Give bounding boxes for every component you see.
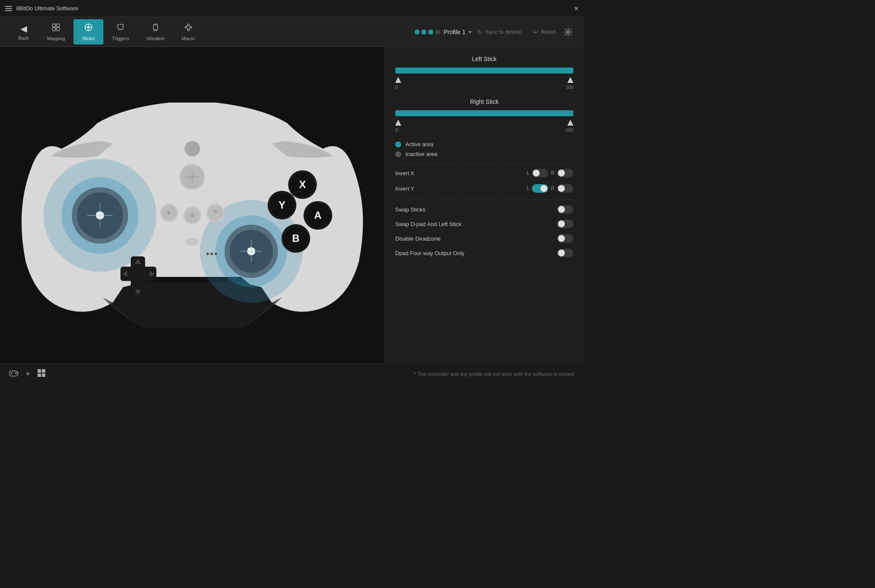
footer-left: +	[9, 368, 46, 380]
dpad-fourway-toggle[interactable]	[557, 249, 573, 257]
svg-text:B: B	[292, 232, 299, 244]
svg-point-76	[185, 141, 200, 156]
svg-line-20	[189, 25, 190, 27]
invert-y-left-toggle[interactable]	[532, 184, 548, 193]
hamburger-icon[interactable]	[5, 6, 12, 11]
right-stick-title: Right Stick	[395, 98, 573, 105]
controller-area: X Y A B	[0, 47, 385, 363]
windows-icon[interactable]	[37, 369, 46, 379]
svg-rect-85	[42, 373, 45, 377]
invert-x-label: Invert X	[395, 170, 527, 176]
invert-x-left-toggle[interactable]	[532, 169, 548, 177]
svg-rect-3	[56, 28, 59, 31]
invert-y-r-label: R	[551, 185, 555, 191]
invert-y-right-toggle[interactable]	[557, 184, 573, 193]
toolbar-item-mapping[interactable]: Mapping	[38, 19, 73, 44]
gamepad-icon[interactable]	[9, 368, 19, 380]
controller-illustration: X Y A B	[0, 47, 385, 363]
footer-notice: * The controller and the profile will no…	[414, 371, 575, 377]
svg-point-5	[87, 26, 90, 29]
swap-dpad-label: Swap D-pad And Left Stick	[395, 221, 557, 227]
reset-label: Reset	[541, 29, 555, 35]
reset-icon: ↩	[533, 29, 538, 35]
svg-line-22	[187, 28, 188, 29]
back-label: Back	[18, 35, 29, 41]
toolbar-item-vibration[interactable]: Vibration	[138, 19, 173, 44]
right-stick-handles: ▲ ▲	[395, 120, 573, 126]
profile-section[interactable]: Profile 1 ▾	[414, 29, 471, 35]
svg-rect-2	[53, 28, 56, 31]
left-stick-max-label: 100	[566, 85, 573, 90]
toolbar-item-triggers[interactable]: Triggers	[103, 19, 138, 44]
right-stick-slider-fill	[395, 110, 573, 116]
app-title: 8BitDo Ultimate Software	[16, 5, 78, 12]
main-content: X Y A B Left Stick	[0, 47, 584, 363]
dpad-fourway-row: Dpad Four-way Output Only	[395, 249, 573, 257]
right-stick-handle-left[interactable]: ▲	[395, 120, 401, 126]
title-bar-left: 8BitDo Ultimate Software	[5, 5, 78, 12]
right-stick-min-label: 0	[395, 127, 398, 132]
left-stick-slider-track[interactable]	[395, 68, 573, 74]
svg-point-63	[214, 253, 217, 255]
mapping-label: Mapping	[47, 36, 65, 41]
invert-y-label: Invert Y	[395, 185, 527, 192]
invert-y-row: Invert Y L R	[395, 184, 573, 193]
triggers-label: Triggers	[112, 36, 129, 41]
svg-point-62	[211, 253, 213, 255]
left-stick-section: Left Stick ▲ ▲ 0 100	[395, 56, 573, 90]
right-stick-labels: 0 100	[395, 127, 573, 132]
triggers-icon	[116, 23, 125, 34]
vibration-label: Vibration	[146, 36, 164, 41]
svg-rect-11	[154, 24, 155, 25]
settings-button[interactable]	[561, 25, 575, 39]
disable-deadzone-toggle[interactable]	[557, 234, 573, 243]
swap-sticks-toggle[interactable]	[557, 205, 573, 214]
add-controller-button[interactable]: +	[26, 370, 30, 379]
right-panel: Left Stick ▲ ▲ 0 100 Right Stick ▲ ▲	[385, 47, 584, 363]
left-stick-handle-right[interactable]: ▲	[567, 77, 573, 83]
disable-deadzone-label: Disable Deadzone	[395, 235, 557, 242]
profile-dot-3	[428, 29, 433, 35]
svg-text:Y: Y	[279, 199, 285, 211]
swap-sticks-label: Swap Sticks	[395, 206, 557, 213]
disable-deadzone-row: Disable Deadzone	[395, 234, 573, 243]
left-stick-title: Left Stick	[395, 56, 573, 62]
toolbar-item-sticks[interactable]: Sticks	[73, 19, 103, 44]
macro-label: Macro	[182, 36, 195, 41]
vibration-icon	[151, 23, 160, 34]
toolbar-item-macro[interactable]: Macro	[173, 19, 203, 44]
profile-dot-4	[435, 29, 440, 35]
footer: + * The controller and the profile will …	[0, 363, 584, 385]
reset-button[interactable]: ↩ Reset	[527, 26, 561, 38]
profile-name: Profile 1	[443, 29, 465, 35]
svg-rect-83	[42, 369, 45, 373]
legend-inactive: Inactive area	[395, 151, 573, 157]
invert-x-group: L R	[527, 169, 573, 177]
legend-inactive-dot	[395, 151, 401, 157]
right-stick-max-label: 100	[566, 127, 573, 132]
close-button[interactable]: ×	[574, 5, 578, 12]
toolbar: ◀ Back Mapping Sticks	[0, 17, 584, 47]
svg-rect-13	[154, 30, 155, 31]
svg-point-52	[191, 175, 194, 178]
right-stick-handle-right[interactable]: ▲	[567, 120, 573, 126]
sticks-label: Sticks	[82, 36, 95, 41]
title-bar: 8BitDo Ultimate Software ×	[0, 0, 584, 17]
mapping-icon	[51, 23, 61, 34]
divider-1	[395, 163, 573, 164]
legend-active-label: Active area	[405, 141, 433, 147]
svg-rect-60	[185, 238, 199, 246]
svg-line-19	[187, 25, 188, 27]
svg-text:A: A	[314, 209, 321, 221]
profile-dot-1	[414, 29, 420, 35]
sync-button[interactable]: ↻ Sync to device	[471, 26, 527, 38]
toolbar-item-back[interactable]: ◀ Back	[9, 20, 38, 44]
invert-x-right-toggle[interactable]	[557, 169, 573, 177]
svg-rect-12	[156, 24, 157, 25]
legend-active-dot	[395, 141, 401, 147]
left-stick-handle-left[interactable]: ▲	[395, 77, 401, 83]
back-icon: ◀	[21, 24, 27, 34]
right-stick-slider-track[interactable]	[395, 110, 573, 116]
swap-dpad-toggle[interactable]	[557, 220, 573, 228]
profile-dots	[414, 29, 440, 35]
